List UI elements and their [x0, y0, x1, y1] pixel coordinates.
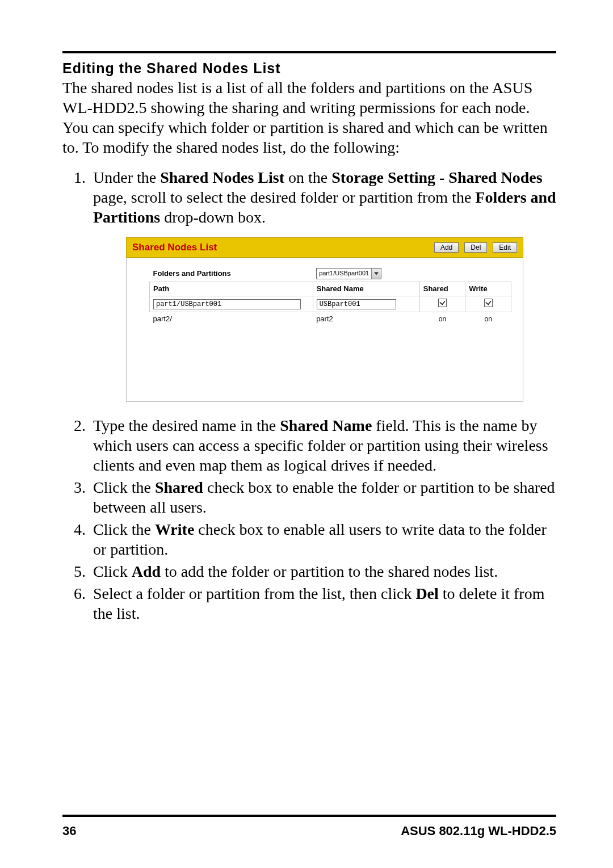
add-button[interactable]: Add	[434, 242, 459, 253]
row2-write: on	[465, 312, 511, 326]
step6-t1: Select a folder or partition from the li…	[93, 585, 415, 602]
path-input[interactable]	[153, 299, 301, 309]
row2-name: part2	[313, 312, 419, 326]
step6-b1: Del	[415, 585, 438, 602]
row1-name-cell	[313, 296, 419, 312]
folders-dropdown[interactable]: part1/USBpart001	[316, 268, 381, 279]
figure-title: Shared Nodes List	[132, 241, 429, 253]
rule-top	[62, 51, 556, 53]
figure-body: Folders and Partitions part1/USBpart001	[126, 258, 523, 402]
nodes-table: Folders and Partitions part1/USBpart001	[149, 266, 511, 393]
label-folders-partitions: Folders and Partitions	[150, 266, 313, 282]
step-6: Select a folder or partition from the li…	[90, 584, 556, 623]
col-shared-name: Shared Name	[313, 282, 419, 296]
dropdown-value: part1/USBpart001	[317, 270, 371, 278]
step5-t1: Click	[93, 563, 132, 580]
col-path: Path	[150, 282, 313, 296]
col-shared: Shared	[419, 282, 465, 296]
write-checkbox[interactable]	[484, 299, 493, 307]
step-2: Type the desired name in the Shared Name…	[90, 416, 556, 475]
step1-t2: on the	[284, 169, 331, 186]
row2-path: part2/	[150, 312, 313, 326]
row1-write-cell	[465, 296, 511, 312]
step-1: Under the Shared Nodes List on the Stora…	[90, 167, 556, 402]
step1-t3: page, scroll to select the desired folde…	[93, 188, 475, 206]
chevron-down-icon	[371, 269, 381, 279]
step-5: Click Add to add the folder or partition…	[90, 561, 556, 581]
step1-b1: Shared Nodes List	[160, 169, 284, 186]
col-write: Write	[465, 282, 511, 296]
footer-title: ASUS 802.11g WL-HDD2.5	[401, 824, 556, 838]
step1-b2: Storage Setting - Shared Nodes	[331, 169, 542, 186]
page-number: 36	[62, 824, 76, 838]
row2-shared: on	[419, 312, 465, 326]
step5-b1: Add	[132, 563, 161, 580]
rule-bottom	[62, 815, 556, 817]
step4-t1: Click the	[93, 521, 155, 538]
step-3: Click the Shared check box to enable the…	[90, 477, 556, 517]
page-footer: 36 ASUS 802.11g WL-HDD2.5	[62, 824, 556, 838]
section-heading: Editing the Shared Nodes List	[62, 60, 556, 77]
del-button[interactable]: Del	[464, 242, 487, 253]
shared-checkbox[interactable]	[438, 299, 447, 307]
step5-t2: to add the folder or partition to the sh…	[161, 563, 498, 580]
step2-t1: Type the desired name in the	[93, 417, 280, 434]
step1-t1: Under the	[93, 169, 160, 186]
step3-t1: Click the	[93, 479, 155, 496]
step3-b1: Shared	[155, 479, 203, 496]
step1-t4: drop-down box.	[160, 208, 266, 226]
steps-list: Under the Shared Nodes List on the Stora…	[62, 167, 556, 623]
row1-path-cell	[150, 296, 313, 312]
step4-b1: Write	[155, 521, 194, 538]
step2-b1: Shared Name	[280, 417, 372, 434]
edit-button[interactable]: Edit	[493, 242, 517, 253]
shared-name-input[interactable]	[317, 299, 396, 309]
intro-paragraph: The shared nodes list is a list of all t…	[62, 78, 556, 157]
shared-nodes-figure: Shared Nodes List Add Del Edit Folders a…	[126, 237, 523, 402]
row1-shared-cell	[419, 296, 465, 312]
manual-page: Editing the Shared Nodes List The shared…	[0, 0, 613, 868]
figure-header: Shared Nodes List Add Del Edit	[126, 237, 523, 258]
step-4: Click the Write check box to enable all …	[90, 519, 556, 559]
